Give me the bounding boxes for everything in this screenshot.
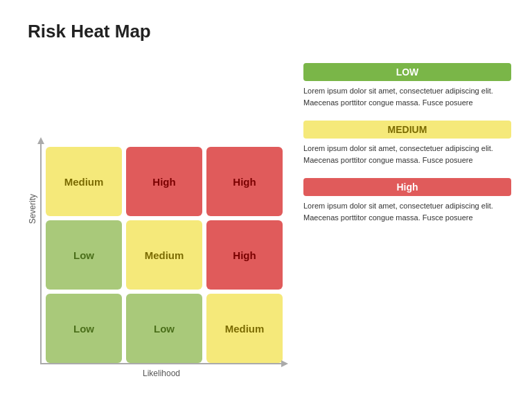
severity-label: Severity (28, 194, 37, 224)
legend-item-medium: MEDIUMLorem ipsum dolor sit amet, consec… (303, 121, 511, 166)
legend-badge-high: High (303, 178, 511, 196)
grid-cell-0-1: High (126, 147, 202, 216)
page: Risk Heat Map Severity MediumHighHighLow… (0, 0, 532, 399)
grid-cell-0-0: Medium (46, 147, 122, 216)
grid-wrapper: MediumHighHighLowMediumHighLowLowMedium … (40, 143, 283, 378)
legend-item-high: HighLorem ipsum dolor sit amet, consecte… (303, 178, 511, 223)
risk-grid: MediumHighHighLowMediumHighLowLowMedium (40, 143, 283, 364)
legend-badge-low: LOW (303, 63, 511, 81)
chart-area: Severity MediumHighHighLowMediumHighLowL… (28, 56, 283, 378)
legend-item-low: LOWLorem ipsum dolor sit amet, consectet… (303, 63, 511, 108)
likelihood-label: Likelihood (143, 369, 180, 378)
legend-desc-medium: Lorem ipsum dolor sit amet, consectetuer… (303, 143, 511, 166)
grid-cell-1-0: Low (46, 220, 122, 290)
page-title: Risk Heat Map (28, 21, 511, 42)
grid-cell-2-0: Low (46, 294, 122, 363)
grid-cell-2-1: Low (126, 294, 202, 363)
legend-desc-high: Lorem ipsum dolor sit amet, consectetuer… (303, 200, 511, 223)
grid-cell-1-2: High (206, 220, 283, 290)
content-area: Severity MediumHighHighLowMediumHighLowL… (28, 56, 511, 378)
legend-desc-low: Lorem ipsum dolor sit amet, consectetuer… (303, 85, 511, 108)
grid-cell-2-2: Medium (206, 294, 283, 363)
legend-badge-medium: MEDIUM (303, 121, 511, 139)
grid-cell-1-1: Medium (126, 220, 202, 290)
grid-cell-0-2: High (206, 147, 283, 216)
legend-area: LOWLorem ipsum dolor sit amet, consectet… (303, 56, 511, 378)
